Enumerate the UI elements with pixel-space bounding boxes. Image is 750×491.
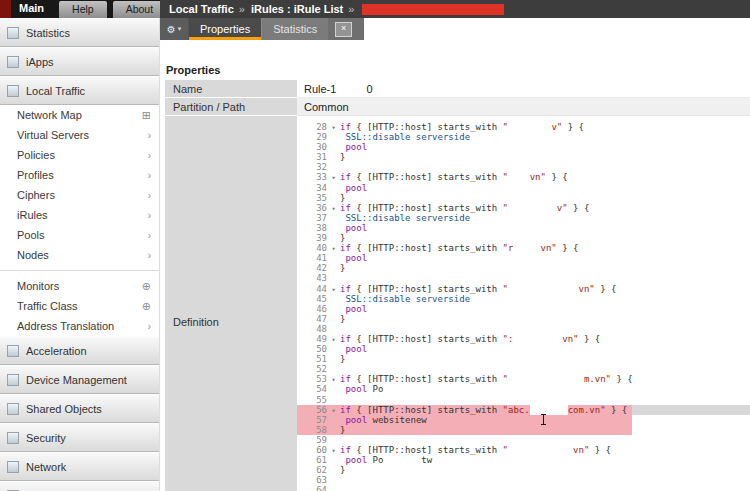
sidebar-item-ciphers[interactable]: Ciphers› <box>0 185 159 205</box>
about-button[interactable]: About <box>113 1 166 18</box>
code-line-28[interactable]: 28▾if { [HTTP::host] starts_with " v" } … <box>297 122 750 132</box>
sidebar-item-label: Address Translation <box>17 320 114 332</box>
line-number: 53 <box>297 374 327 384</box>
code-line-50[interactable]: 50 pool <box>297 344 750 354</box>
line-number: 57 <box>297 415 327 425</box>
code-line-48[interactable]: 48 <box>297 324 750 334</box>
properties-section-title: Properties <box>166 64 220 76</box>
chevron-right-icon: › <box>148 321 151 332</box>
sidebar-item-label: Nodes <box>17 249 49 261</box>
line-number: 34 <box>297 183 327 193</box>
breadcrumb-page[interactable]: iRules : iRule List <box>251 3 343 15</box>
expand-plus-icon[interactable]: ⊕ <box>142 300 151 313</box>
code-text: SSL::disable serverside <box>340 132 470 142</box>
breadcrumb-section[interactable]: Local Traffic <box>169 3 234 15</box>
partition-path-value: Common <box>297 98 750 116</box>
sidebar-section-security[interactable]: Security <box>0 423 159 452</box>
code-text: pool Po tw <box>340 455 432 465</box>
code-line-39[interactable]: 39 } <box>297 233 750 243</box>
code-line-44[interactable]: 44▾if { [HTTP::host] starts_with " vn" }… <box>297 284 750 294</box>
code-line-55[interactable]: 55 <box>297 395 750 405</box>
code-line-46[interactable]: 46 pool <box>297 304 750 314</box>
code-line-29[interactable]: 29 SSL::disable serverside <box>297 132 750 142</box>
sidebar-section-device-management[interactable]: Device Management <box>0 365 159 394</box>
code-line-34[interactable]: 34 pool <box>297 183 750 193</box>
redaction-overlay <box>508 172 530 182</box>
sidebar-item-virtual-servers[interactable]: Virtual Servers› <box>0 125 159 145</box>
sidebar-section-network[interactable]: Network <box>0 452 159 481</box>
sidebar-item-irules[interactable]: iRules› <box>0 205 159 225</box>
iapps-icon <box>7 56 19 68</box>
tab-statistics[interactable]: Statistics <box>261 18 328 40</box>
acceleration-icon <box>7 345 19 357</box>
code-line-32[interactable]: 32 <box>297 162 750 172</box>
window-close-icon[interactable]: × <box>335 22 352 37</box>
code-text: pool <box>340 253 394 263</box>
code-text: } <box>340 233 345 243</box>
sidebar-item-profiles[interactable]: Profiles› <box>0 165 159 185</box>
code-line-58[interactable]: 58 } <box>297 425 750 435</box>
code-line-59[interactable]: 59 <box>297 435 750 445</box>
sidebar-item-label: Traffic Class <box>17 300 78 312</box>
code-line-49[interactable]: 49▾if { [HTTP::host] starts_with ": vn" … <box>297 334 750 344</box>
main-nav-tab[interactable]: Main <box>11 0 56 18</box>
expand-plus-icon[interactable]: ⊕ <box>142 280 151 293</box>
sidebar-item-monitors[interactable]: Monitors⊕ <box>0 276 159 296</box>
line-number: 46 <box>297 304 327 314</box>
code-text: } <box>340 193 345 203</box>
sidebar-section-acceleration[interactable]: Acceleration <box>0 336 159 365</box>
sidebar-item-policies[interactable]: Policies› <box>0 145 159 165</box>
code-text: if { [HTTP::host] starts_with " m.vn" } … <box>340 374 633 384</box>
code-line-57[interactable]: 57 pool websitenew <box>297 415 750 425</box>
sidebar-item-traffic-class[interactable]: Traffic Class⊕ <box>0 296 159 316</box>
code-line-53[interactable]: 53▾if { [HTTP::host] starts_with " m.vn"… <box>297 374 750 384</box>
sidebar-section-label: Security <box>26 432 66 444</box>
code-line-56[interactable]: 56▾if { [HTTP::host] starts_with "abc. c… <box>297 405 750 415</box>
line-number: 41 <box>297 253 327 263</box>
code-line-36[interactable]: 36▾if { [HTTP::host] starts_with " v" } … <box>297 203 750 213</box>
redaction-overlay <box>508 445 573 455</box>
code-line-30[interactable]: 30 pool <box>297 142 750 152</box>
line-number: 32 <box>297 162 327 172</box>
code-line-35[interactable]: 35 } <box>297 193 750 203</box>
line-number: 44 <box>297 284 327 294</box>
help-button[interactable]: Help <box>59 1 107 18</box>
sidebar-item-address-translation[interactable]: Address Translation› <box>0 316 159 336</box>
code-line-43[interactable]: 43 <box>297 273 750 283</box>
chevron-right-icon: › <box>148 250 151 261</box>
sidebar-section-shared-objects[interactable]: Shared Objects <box>0 394 159 423</box>
settings-dropdown-button[interactable]: ⚙ ▾ <box>160 18 189 40</box>
sidebar-item-pools[interactable]: Pools› <box>0 225 159 245</box>
sidebar-item-network-map[interactable]: Network Map⊞ <box>0 105 159 125</box>
code-line-52[interactable]: 52 <box>297 364 750 374</box>
redaction-overlay <box>513 243 540 253</box>
code-line-41[interactable]: 41 pool <box>297 253 750 263</box>
bigip-irule-properties-screen: Main Help About Local Traffic » iRules :… <box>0 0 750 491</box>
code-line-42[interactable]: 42 } <box>297 263 750 273</box>
code-line-61[interactable]: 61 pool Po tw <box>297 455 750 465</box>
code-line-38[interactable]: 38 pool <box>297 223 750 233</box>
name-value-field[interactable]: Rule-10 <box>297 80 750 98</box>
code-line-45[interactable]: 45 SSL::disable serverside <box>297 294 750 304</box>
code-line-51[interactable]: 51 } <box>297 354 750 364</box>
code-line-62[interactable]: 62 } <box>297 465 750 475</box>
sidebar-section-system[interactable]: System <box>0 481 159 491</box>
irule-definition-editor[interactable]: 28▾if { [HTTP::host] starts_with " v" } … <box>297 116 750 491</box>
sidebar-section-local-traffic[interactable]: Local Traffic <box>0 76 159 105</box>
code-line-31[interactable]: 31 } <box>297 152 750 162</box>
code-line-47[interactable]: 47 } <box>297 314 750 324</box>
chevron-right-icon: › <box>148 150 151 161</box>
tab-properties[interactable]: Properties <box>189 18 261 40</box>
sidebar-top-sections: StatisticsiAppsLocal Traffic <box>0 18 159 105</box>
code-line-54[interactable]: 54 pool Po <box>297 384 750 394</box>
code-text: if { [HTTP::host] starts_with " vn" } { <box>340 445 611 455</box>
sidebar-item-nodes[interactable]: Nodes› <box>0 245 159 265</box>
code-line-63[interactable]: 63 <box>297 475 750 485</box>
code-line-64[interactable]: 64 <box>297 485 750 491</box>
code-line-33[interactable]: 33▾if { [HTTP::host] starts_with " vn" }… <box>297 172 750 182</box>
code-line-37[interactable]: 37 SSL::disable serverside <box>297 213 750 223</box>
sidebar-section-statistics[interactable]: Statistics <box>0 18 159 47</box>
code-line-60[interactable]: 60▾if { [HTTP::host] starts_with " vn" }… <box>297 445 750 455</box>
code-line-40[interactable]: 40▾if { [HTTP::host] starts_with "r vn" … <box>297 243 750 253</box>
sidebar-section-iapps[interactable]: iApps <box>0 47 159 76</box>
